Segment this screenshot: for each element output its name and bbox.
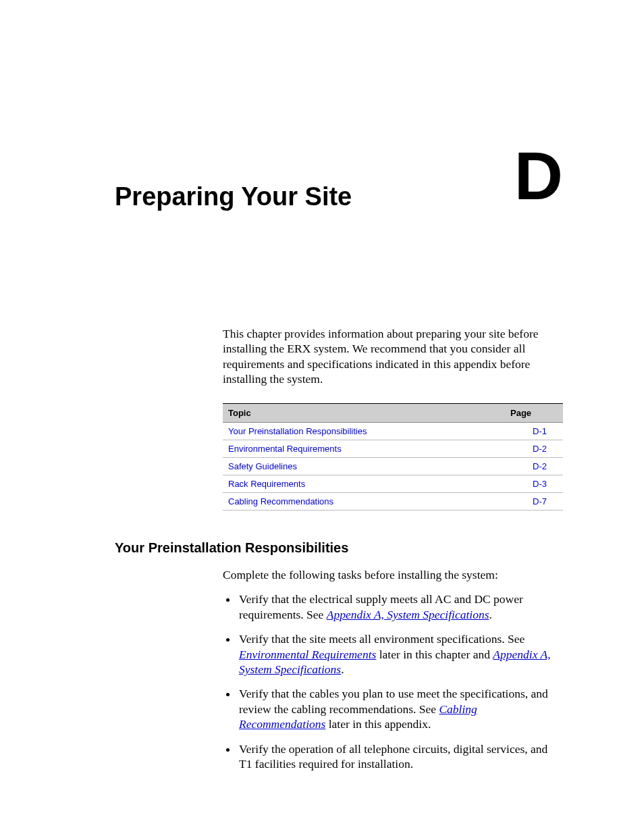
bullet-text: .	[489, 608, 491, 621]
page-content: D Preparing Your Site This chapter provi…	[0, 0, 644, 771]
list-item: Verify the operation of all telephone ci…	[238, 741, 563, 772]
toc-link-rack[interactable]: Rack Requirements	[228, 479, 305, 489]
toc-row: Your Preinstallation Responsibilities D-…	[223, 422, 563, 440]
section-intro: Complete the following tasks before inst…	[223, 567, 563, 582]
toc-page-link[interactable]: D-7	[533, 496, 547, 506]
bullet-text: Verify that the cables you plan to use m…	[239, 687, 548, 715]
toc-link-safety[interactable]: Safety Guidelines	[228, 461, 297, 471]
chapter-letter: D	[514, 142, 563, 209]
bullet-text: Verify that the site meets all environme…	[239, 632, 525, 646]
toc-row: Cabling Recommendations D-7	[223, 492, 563, 510]
xref-environmental[interactable]: Environmental Requirements	[239, 648, 376, 661]
bullet-text: Verify the operation of all telephone ci…	[239, 742, 547, 771]
list-item: Verify that the electrical supply meets …	[238, 592, 563, 622]
list-item: Verify that the site meets all environme…	[238, 631, 563, 677]
toc-row: Rack Requirements D-3	[223, 475, 563, 492]
toc-link-cabling[interactable]: Cabling Recommendations	[228, 496, 333, 506]
section-heading-preinstallation: Your Preinstallation Responsibilities	[115, 540, 563, 556]
toc-page-link[interactable]: D-1	[533, 426, 547, 436]
toc-row: Environmental Requirements D-2	[223, 440, 563, 457]
bullet-list: Verify that the electrical supply meets …	[223, 592, 563, 771]
toc-page-link[interactable]: D-2	[533, 444, 547, 454]
chapter-title: Preparing Your Site	[115, 182, 563, 211]
xref-appendix-a[interactable]: Appendix A, System Specifications	[327, 608, 489, 621]
intro-paragraph: This chapter provides information about …	[223, 326, 563, 387]
bullet-text: later in this appendix.	[325, 717, 431, 731]
toc-header-page: Page	[505, 403, 563, 422]
toc-link-preinstallation[interactable]: Your Preinstallation Responsibilities	[228, 426, 367, 436]
toc-table: Topic Page Your Preinstallation Responsi…	[223, 403, 563, 511]
toc-row: Safety Guidelines D-2	[223, 457, 563, 475]
bullet-text: .	[341, 662, 344, 676]
toc-header-topic: Topic	[223, 403, 505, 422]
bullet-text: later in this chapter and	[376, 648, 493, 661]
toc-page-link[interactable]: D-2	[533, 461, 547, 471]
list-item: Verify that the cables you plan to use m…	[238, 686, 563, 731]
chapter-header: D Preparing Your Site	[115, 182, 563, 211]
toc-page-link[interactable]: D-3	[533, 479, 547, 489]
toc-link-environmental[interactable]: Environmental Requirements	[228, 444, 342, 454]
